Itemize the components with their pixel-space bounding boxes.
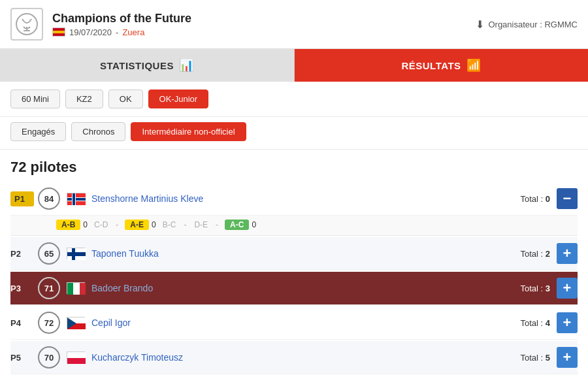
val-ae: 0 xyxy=(152,220,156,229)
badge-ac: A-C xyxy=(225,220,249,230)
flag-cz-p4 xyxy=(67,317,85,329)
detail-ae: A-E 0 xyxy=(125,220,155,230)
total-p3: Total : 3 xyxy=(520,284,550,293)
filter-kz2[interactable]: KZ2 xyxy=(65,90,103,108)
toggle-p4[interactable]: + xyxy=(557,312,578,333)
flag-fi-p2 xyxy=(67,248,85,259)
flag-no-p1 xyxy=(67,193,85,204)
filter-ok[interactable]: OK xyxy=(108,90,143,108)
toggle-p2[interactable]: + xyxy=(557,243,578,264)
svg-rect-5 xyxy=(67,198,86,201)
filter-engages[interactable]: Engagés xyxy=(10,122,66,141)
tab-stat-label: STATISTIQUES xyxy=(100,60,174,71)
pos-p2: P2 xyxy=(10,249,34,259)
filter-intermediaire[interactable]: Intermédiaire non-officiel xyxy=(131,122,246,141)
svg-rect-7 xyxy=(73,193,75,205)
num-p2: 65 xyxy=(38,242,60,265)
svg-point-0 xyxy=(16,14,37,35)
tab-statistiques[interactable]: STATISTIQUES 📊 xyxy=(0,49,295,82)
sep-de: D-E xyxy=(194,220,208,229)
event-meta: 19/07/2020 - Zuera xyxy=(52,27,191,37)
total-p5: Total : 5 xyxy=(520,353,550,363)
trophy-icon xyxy=(10,8,43,41)
tab-bar: STATISTIQUES 📊 RÉSULTATS 📶 xyxy=(0,49,588,82)
svg-rect-11 xyxy=(67,283,73,295)
pos-p3: P3 xyxy=(10,284,34,293)
event-separator: - xyxy=(116,27,118,37)
num-p4: 72 xyxy=(38,312,60,334)
svg-rect-10 xyxy=(72,248,75,260)
result-chart-icon: 📶 xyxy=(466,58,482,73)
svg-rect-13 xyxy=(80,283,86,295)
badge-ae: A-E xyxy=(125,220,149,230)
pos-p1: P1 xyxy=(10,191,34,206)
sep-cd: C-D xyxy=(94,220,108,229)
total-p1: Total : 0 xyxy=(520,194,550,204)
event-header: Champions of the Future 19/07/2020 - Zue… xyxy=(0,0,588,49)
detail-ab: A-B 0 xyxy=(56,220,88,230)
name-p4[interactable]: Cepil Igor xyxy=(91,318,520,328)
pos-p4: P4 xyxy=(10,318,34,328)
num-p3: 71 xyxy=(38,277,60,299)
name-p2[interactable]: Taponen Tuukka xyxy=(91,248,520,259)
result-row-p3: P3 71 Badoer Brando Total : 3 + xyxy=(10,272,578,305)
svg-rect-17 xyxy=(67,352,86,358)
result-row-p1: P1 84 Stenshorne Martinius Kleve Total :… xyxy=(10,182,578,236)
flag-pl-p5 xyxy=(67,351,85,363)
tab-result-label: RÉSULTATS xyxy=(401,60,461,71)
dash3: - xyxy=(216,220,218,229)
filter-60mini[interactable]: 60 Mini xyxy=(10,90,60,108)
dash2: - xyxy=(184,220,186,229)
result-row-p2: P2 65 Taponen Tuukka Total : 2 + xyxy=(10,237,578,270)
main-container: Champions of the Future 19/07/2020 - Zue… xyxy=(0,0,588,392)
stat-chart-icon: 📊 xyxy=(179,58,194,73)
name-p1[interactable]: Stenshorne Martinius Kleve xyxy=(91,193,520,204)
download-icon: ⬇ xyxy=(476,18,484,31)
total-p2: Total : 2 xyxy=(520,249,550,259)
result-main-p3: P3 71 Badoer Brando Total : 3 + xyxy=(10,272,578,305)
name-p5[interactable]: Kucharczyk Timoteusz xyxy=(91,352,520,363)
val-ab: 0 xyxy=(83,220,88,229)
filter-chronos[interactable]: Chronos xyxy=(71,122,125,141)
header-left: Champions of the Future 19/07/2020 - Zue… xyxy=(10,8,191,41)
dash1: - xyxy=(116,220,118,229)
results-list: P1 84 Stenshorne Martinius Kleve Total :… xyxy=(0,182,588,386)
sub-filters: Engagés Chronos Intermédiaire non-offici… xyxy=(0,117,588,150)
result-main-p5: P5 70 Kucharczyk Timoteusz Total : 5 + xyxy=(10,341,578,374)
toggle-p3[interactable]: + xyxy=(557,278,578,299)
svg-rect-18 xyxy=(67,358,86,364)
result-main-p4: P4 72 Cepil Igor Total : 4 + xyxy=(10,306,578,340)
result-main-p1: P1 84 Stenshorne Martinius Kleve Total :… xyxy=(10,182,578,216)
num-p5: 70 xyxy=(38,346,60,368)
tab-resultats[interactable]: RÉSULTATS 📶 xyxy=(295,49,589,82)
badge-ab: A-B xyxy=(56,220,80,230)
detail-ac: A-C 0 xyxy=(225,220,256,230)
detail-p1: A-B 0 C-D - A-E 0 B-C - D-E - A-C 0 xyxy=(10,216,578,236)
event-date: 19/07/2020 xyxy=(69,27,112,37)
pos-p5: P5 xyxy=(10,353,34,363)
result-row-p4: P4 72 Cepil Igor Total : 4 + xyxy=(10,306,578,340)
result-main-p2: P2 65 Taponen Tuukka Total : 2 + xyxy=(10,237,578,270)
event-location-link[interactable]: Zuera xyxy=(122,27,144,37)
total-p4: Total : 4 xyxy=(520,318,550,328)
result-row-p5: P5 70 Kucharczyk Timoteusz Total : 5 + xyxy=(10,341,578,374)
event-title: Champions of the Future xyxy=(52,12,191,25)
name-p3[interactable]: Badoer Brando xyxy=(91,283,520,293)
sep-bc: B-C xyxy=(163,220,176,229)
organizer-label: Organisateur : RGMMC xyxy=(488,20,578,29)
category-filters: 60 Mini KZ2 OK OK-Junior xyxy=(0,82,588,117)
toggle-p5[interactable]: + xyxy=(557,347,578,368)
toggle-p1[interactable]: − xyxy=(557,188,578,209)
svg-rect-12 xyxy=(73,283,80,295)
header-right: ⬇ Organisateur : RGMMC xyxy=(476,18,578,31)
val-ac: 0 xyxy=(252,220,256,229)
svg-rect-9 xyxy=(67,252,86,256)
num-p1: 84 xyxy=(38,188,60,210)
event-info: Champions of the Future 19/07/2020 - Zue… xyxy=(52,12,191,37)
flag-es xyxy=(52,27,65,37)
filter-ok-junior[interactable]: OK-Junior xyxy=(148,90,209,108)
section-title: 72 pilotes xyxy=(0,150,588,182)
flag-it-p3 xyxy=(67,282,85,294)
